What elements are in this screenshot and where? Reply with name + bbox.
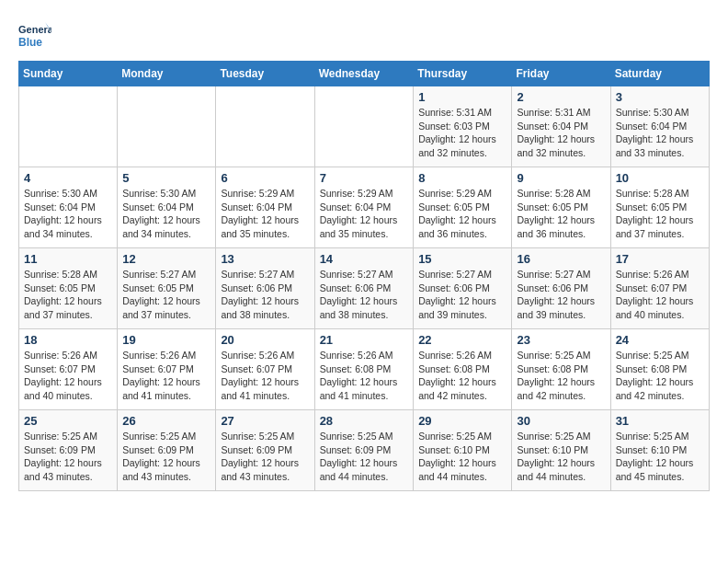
calendar-cell: 7Sunrise: 5:29 AM Sunset: 6:04 PM Daylig… — [314, 167, 414, 248]
calendar-cell: 21Sunrise: 5:26 AM Sunset: 6:08 PM Dayli… — [314, 329, 414, 410]
calendar-cell: 3Sunrise: 5:30 AM Sunset: 6:04 PM Daylig… — [610, 86, 709, 167]
cell-info: Sunrise: 5:29 AM Sunset: 6:04 PM Dayligh… — [221, 187, 309, 241]
cell-date: 4 — [24, 171, 112, 185]
calendar-cell: 20Sunrise: 5:26 AM Sunset: 6:07 PM Dayli… — [216, 329, 314, 410]
calendar-cell: 29Sunrise: 5:25 AM Sunset: 6:10 PM Dayli… — [414, 410, 512, 491]
calendar-cell: 15Sunrise: 5:27 AM Sunset: 6:06 PM Dayli… — [414, 248, 512, 329]
cell-date: 3 — [616, 90, 704, 104]
calendar-cell: 8Sunrise: 5:29 AM Sunset: 6:05 PM Daylig… — [414, 167, 512, 248]
cell-date: 6 — [221, 171, 309, 185]
cell-info: Sunrise: 5:25 AM Sunset: 6:09 PM Dayligh… — [320, 430, 409, 484]
cell-info: Sunrise: 5:25 AM Sunset: 6:10 PM Dayligh… — [616, 430, 704, 484]
calendar-cell: 16Sunrise: 5:27 AM Sunset: 6:06 PM Dayli… — [512, 248, 610, 329]
cell-info: Sunrise: 5:27 AM Sunset: 6:06 PM Dayligh… — [418, 268, 506, 322]
cell-info: Sunrise: 5:27 AM Sunset: 6:05 PM Dayligh… — [122, 268, 210, 322]
cell-date: 18 — [24, 333, 112, 347]
calendar-table: SundayMondayTuesdayWednesdayThursdayFrid… — [18, 61, 710, 491]
cell-info: Sunrise: 5:29 AM Sunset: 6:05 PM Dayligh… — [418, 187, 506, 241]
cell-date: 5 — [122, 171, 210, 185]
calendar-cell: 24Sunrise: 5:25 AM Sunset: 6:08 PM Dayli… — [610, 329, 709, 410]
cell-date: 31 — [616, 414, 704, 428]
calendar-cell: 27Sunrise: 5:25 AM Sunset: 6:09 PM Dayli… — [216, 410, 314, 491]
weekday-header-wednesday: Wednesday — [314, 62, 414, 86]
logo-graphic: General Blue — [18, 18, 51, 52]
calendar-cell: 1Sunrise: 5:31 AM Sunset: 6:03 PM Daylig… — [414, 86, 512, 167]
calendar-cell: 14Sunrise: 5:27 AM Sunset: 6:06 PM Dayli… — [314, 248, 414, 329]
cell-date: 23 — [517, 333, 605, 347]
cell-date: 14 — [320, 252, 409, 266]
weekday-header-saturday: Saturday — [610, 62, 709, 86]
cell-date: 29 — [418, 414, 506, 428]
cell-date: 26 — [122, 414, 210, 428]
cell-info: Sunrise: 5:25 AM Sunset: 6:10 PM Dayligh… — [517, 430, 605, 484]
cell-info: Sunrise: 5:29 AM Sunset: 6:04 PM Dayligh… — [320, 187, 409, 241]
cell-date: 11 — [24, 252, 112, 266]
cell-date: 24 — [616, 333, 704, 347]
logo-container: General Blue — [18, 18, 51, 52]
calendar-cell: 12Sunrise: 5:27 AM Sunset: 6:05 PM Dayli… — [118, 248, 216, 329]
calendar-cell — [314, 86, 414, 167]
cell-date: 16 — [517, 252, 605, 266]
cell-date: 17 — [616, 252, 704, 266]
cell-date: 21 — [320, 333, 409, 347]
calendar-cell: 10Sunrise: 5:28 AM Sunset: 6:05 PM Dayli… — [610, 167, 709, 248]
cell-info: Sunrise: 5:31 AM Sunset: 6:04 PM Dayligh… — [517, 106, 605, 160]
calendar-cell: 22Sunrise: 5:26 AM Sunset: 6:08 PM Dayli… — [414, 329, 512, 410]
cell-info: Sunrise: 5:26 AM Sunset: 6:08 PM Dayligh… — [418, 349, 506, 403]
calendar-cell: 31Sunrise: 5:25 AM Sunset: 6:10 PM Dayli… — [610, 410, 709, 491]
cell-info: Sunrise: 5:30 AM Sunset: 6:04 PM Dayligh… — [24, 187, 112, 241]
cell-date: 10 — [616, 171, 704, 185]
calendar-cell: 5Sunrise: 5:30 AM Sunset: 6:04 PM Daylig… — [118, 167, 216, 248]
cell-date: 19 — [122, 333, 210, 347]
cell-info: Sunrise: 5:25 AM Sunset: 6:08 PM Dayligh… — [517, 349, 605, 403]
calendar-cell: 2Sunrise: 5:31 AM Sunset: 6:04 PM Daylig… — [512, 86, 610, 167]
calendar-cell: 6Sunrise: 5:29 AM Sunset: 6:04 PM Daylig… — [216, 167, 314, 248]
cell-info: Sunrise: 5:25 AM Sunset: 6:09 PM Dayligh… — [122, 430, 210, 484]
calendar-cell — [216, 86, 314, 167]
cell-info: Sunrise: 5:27 AM Sunset: 6:06 PM Dayligh… — [221, 268, 309, 322]
svg-text:General: General — [18, 24, 51, 35]
logo: General Blue — [18, 18, 51, 52]
calendar-cell: 19Sunrise: 5:26 AM Sunset: 6:07 PM Dayli… — [118, 329, 216, 410]
cell-info: Sunrise: 5:27 AM Sunset: 6:06 PM Dayligh… — [320, 268, 409, 322]
weekday-header-tuesday: Tuesday — [216, 62, 314, 86]
cell-date: 27 — [221, 414, 309, 428]
cell-date: 15 — [418, 252, 506, 266]
cell-date: 8 — [418, 171, 506, 185]
cell-date: 28 — [320, 414, 409, 428]
calendar-cell: 23Sunrise: 5:25 AM Sunset: 6:08 PM Dayli… — [512, 329, 610, 410]
cell-info: Sunrise: 5:30 AM Sunset: 6:04 PM Dayligh… — [122, 187, 210, 241]
page-header: General Blue — [18, 18, 710, 52]
cell-date: 1 — [418, 90, 506, 104]
cell-date: 2 — [517, 90, 605, 104]
cell-info: Sunrise: 5:25 AM Sunset: 6:09 PM Dayligh… — [24, 430, 112, 484]
calendar-cell: 25Sunrise: 5:25 AM Sunset: 6:09 PM Dayli… — [19, 410, 118, 491]
calendar-cell — [118, 86, 216, 167]
cell-info: Sunrise: 5:25 AM Sunset: 6:08 PM Dayligh… — [616, 349, 704, 403]
cell-info: Sunrise: 5:27 AM Sunset: 6:06 PM Dayligh… — [517, 268, 605, 322]
cell-date: 25 — [24, 414, 112, 428]
svg-text:Blue: Blue — [18, 36, 42, 49]
calendar-cell: 4Sunrise: 5:30 AM Sunset: 6:04 PM Daylig… — [19, 167, 118, 248]
cell-date: 22 — [418, 333, 506, 347]
cell-info: Sunrise: 5:28 AM Sunset: 6:05 PM Dayligh… — [24, 268, 112, 322]
calendar-cell: 18Sunrise: 5:26 AM Sunset: 6:07 PM Dayli… — [19, 329, 118, 410]
weekday-header-sunday: Sunday — [19, 62, 118, 86]
calendar-cell: 28Sunrise: 5:25 AM Sunset: 6:09 PM Dayli… — [314, 410, 414, 491]
cell-info: Sunrise: 5:26 AM Sunset: 6:07 PM Dayligh… — [616, 268, 704, 322]
cell-info: Sunrise: 5:25 AM Sunset: 6:09 PM Dayligh… — [221, 430, 309, 484]
calendar-cell: 11Sunrise: 5:28 AM Sunset: 6:05 PM Dayli… — [19, 248, 118, 329]
calendar-cell: 17Sunrise: 5:26 AM Sunset: 6:07 PM Dayli… — [610, 248, 709, 329]
cell-info: Sunrise: 5:25 AM Sunset: 6:10 PM Dayligh… — [418, 430, 506, 484]
cell-info: Sunrise: 5:28 AM Sunset: 6:05 PM Dayligh… — [616, 187, 704, 241]
cell-info: Sunrise: 5:26 AM Sunset: 6:07 PM Dayligh… — [24, 349, 112, 403]
cell-info: Sunrise: 5:28 AM Sunset: 6:05 PM Dayligh… — [517, 187, 605, 241]
calendar-cell: 26Sunrise: 5:25 AM Sunset: 6:09 PM Dayli… — [118, 410, 216, 491]
cell-date: 12 — [122, 252, 210, 266]
cell-date: 13 — [221, 252, 309, 266]
cell-info: Sunrise: 5:31 AM Sunset: 6:03 PM Dayligh… — [418, 106, 506, 160]
weekday-header-friday: Friday — [512, 62, 610, 86]
calendar-cell — [19, 86, 118, 167]
cell-date: 7 — [320, 171, 409, 185]
cell-date: 20 — [221, 333, 309, 347]
